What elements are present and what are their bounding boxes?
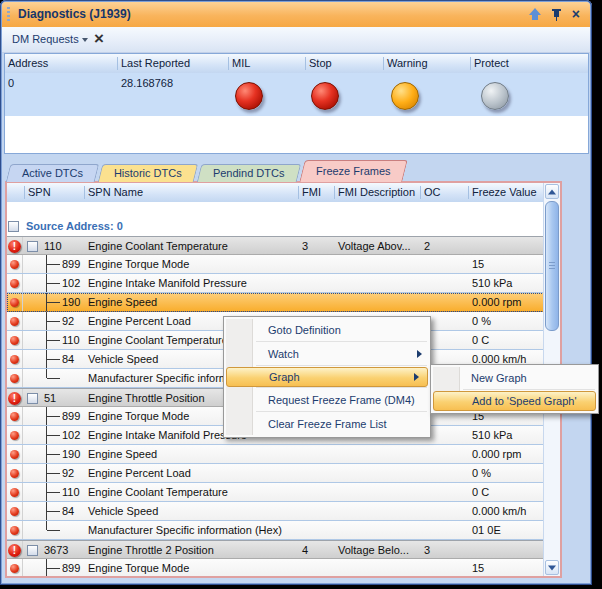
param-dot-icon — [10, 564, 19, 573]
param-dot-icon — [10, 412, 19, 421]
fmi-description-cell: Voltage Belo... — [338, 544, 409, 556]
column-header-protect[interactable]: Protect — [474, 57, 509, 69]
freeze-value-cell: 510 kPa — [472, 429, 512, 441]
scrollbar-thumb[interactable] — [545, 201, 559, 331]
freeze-value-cell: 15 — [472, 562, 484, 574]
icon-column-separator — [22, 369, 23, 387]
submenu-item-add-to-speed-graph[interactable]: Add to 'Speed Graph' — [433, 391, 596, 411]
spn-cell: 102 — [62, 277, 80, 289]
freeze-value-cell: 510 kPa — [472, 277, 512, 289]
column-header-warning[interactable]: Warning — [387, 57, 428, 69]
column-header-address[interactable]: Address — [8, 57, 48, 69]
tab-label: Freeze Frames — [316, 161, 391, 181]
icon-column-separator — [22, 389, 23, 406]
table-row[interactable]: !110Engine Coolant Temperature3Voltage A… — [7, 236, 544, 255]
title-bar[interactable]: Diagnostics (J1939) × — [2, 2, 590, 27]
icon-column-separator — [22, 293, 23, 311]
freeze-value-cell: 0.000 rpm — [472, 448, 522, 460]
table-row[interactable]: 899Engine Torque Mode15 — [7, 559, 544, 576]
toolbar: DM Requests × — [2, 27, 590, 53]
column-header-stop[interactable]: Stop — [309, 57, 332, 69]
column-header-spn[interactable]: SPN — [28, 186, 51, 198]
freeze-table-header: SPNSPN NameFMIFMI DescriptionOCFreeze Va… — [7, 183, 560, 203]
tree-line-horizontal — [47, 473, 60, 474]
menu-item-goto-definition[interactable]: Goto Definition — [224, 319, 430, 341]
menu-item-clear-freeze-frame-list[interactable]: Clear Freeze Frame List — [224, 413, 430, 435]
table-row[interactable]: 84Vehicle Speed0.000 km/h — [7, 502, 544, 521]
column-header-fmi-description[interactable]: FMI Description — [338, 186, 415, 198]
fmi-description-cell: Voltage Abov... — [338, 240, 411, 252]
tab-historic-dtcs[interactable]: Historic DTCs — [98, 164, 198, 182]
tab-freeze-frames[interactable]: Freeze Frames — [299, 160, 407, 182]
column-header-spn-name[interactable]: SPN Name — [88, 186, 143, 198]
address-table-header: AddressLast ReportedMILStopWarningProtec… — [5, 54, 588, 74]
column-separator — [468, 186, 469, 199]
address-table-row[interactable]: 028.168768 — [5, 73, 588, 116]
stop-lamp-icon — [311, 82, 339, 110]
spn-name-cell: Engine Throttle Position — [88, 392, 205, 404]
tree-line-horizontal — [47, 435, 60, 436]
tree-line-horizontal — [47, 359, 60, 360]
spn-cell: 899 — [62, 258, 80, 270]
scroll-up-button[interactable] — [545, 184, 559, 199]
tree-line-horizontal — [47, 511, 60, 512]
tab-active-dtcs[interactable]: Active DTCs — [6, 164, 100, 182]
chevron-down-icon[interactable] — [82, 38, 88, 42]
column-separator — [334, 186, 335, 199]
param-dot-icon — [10, 469, 19, 478]
column-header-freeze-value[interactable]: Freeze Value — [472, 186, 537, 198]
collapse-icon[interactable] — [27, 393, 38, 404]
table-row[interactable]: Manufacturer Specific information (Hex)0… — [7, 521, 544, 540]
tree-line-horizontal — [47, 568, 60, 569]
param-dot-icon — [10, 336, 19, 345]
menu-item-request-freeze-frame-dm4[interactable]: Request Freeze Frame (DM4) — [224, 389, 430, 411]
icon-column-separator — [22, 255, 23, 273]
spn-name-cell: Engine Torque Mode — [88, 410, 189, 422]
submenu-item-new-graph[interactable]: New Graph — [431, 367, 598, 389]
table-row[interactable]: 92Engine Percent Load0 % — [7, 464, 544, 483]
param-dot-icon — [10, 355, 19, 364]
address-status-table: AddressLast ReportedMILStopWarningProtec… — [4, 53, 589, 154]
spn-cell: 899 — [62, 562, 80, 574]
scroll-down-button[interactable] — [545, 560, 559, 575]
pin-icon[interactable] — [551, 7, 562, 22]
collapse-icon[interactable] — [27, 241, 38, 252]
param-dot-icon — [10, 298, 19, 307]
close-icon[interactable]: × — [572, 7, 580, 22]
context-menu: Goto DefinitionWatchGraphRequest Freeze … — [223, 316, 431, 438]
spn-name-cell: Engine Coolant Temperature — [88, 486, 228, 498]
table-row[interactable]: 899Engine Torque Mode15 — [7, 255, 544, 274]
icon-column-separator — [22, 521, 23, 539]
table-row[interactable]: 190Engine Speed0.000 rpm — [7, 445, 544, 464]
param-dot-icon — [10, 317, 19, 326]
column-separator — [84, 186, 85, 199]
tab-label: Active DTCs — [22, 165, 83, 182]
table-row[interactable]: 102Engine Intake Manifold Pressure510 kP… — [7, 274, 544, 293]
fmi-cell: 3 — [302, 240, 308, 252]
submenu-arrow-icon — [414, 373, 419, 381]
collapse-icon[interactable] — [27, 545, 38, 556]
column-separator — [24, 186, 25, 199]
column-header-fmi[interactable]: FMI — [302, 186, 321, 198]
column-header-oc[interactable]: OC — [424, 186, 441, 198]
menu-item-graph[interactable]: Graph — [226, 367, 428, 387]
collapse-icon[interactable] — [8, 221, 19, 232]
source-address-group-row[interactable]: Source Address: 0 — [7, 217, 544, 236]
param-dot-icon — [10, 260, 19, 269]
spn-cell: 190 — [62, 296, 80, 308]
spn-name-cell: Engine Torque Mode — [88, 258, 189, 270]
tab-pendind-dtcs[interactable]: Pendind DTCs — [197, 164, 301, 182]
table-row[interactable]: 190Engine Speed0.000 rpm — [7, 293, 544, 312]
table-row[interactable]: !3673Engine Throttle 2 Position4Voltage … — [7, 540, 544, 559]
toolbar-delete-icon[interactable]: × — [94, 29, 104, 49]
icon-column-separator — [22, 274, 23, 292]
column-separator — [383, 57, 384, 70]
menu-item-watch[interactable]: Watch — [224, 343, 430, 365]
dm-requests-dropdown[interactable]: DM Requests — [12, 33, 79, 45]
table-row[interactable]: 110Engine Coolant Temperature0 C — [7, 483, 544, 502]
mil-lamp-icon — [235, 82, 263, 110]
column-header-mil[interactable]: MIL — [232, 57, 250, 69]
column-header-last-reported[interactable]: Last Reported — [121, 57, 190, 69]
dock-up-arrow-icon[interactable] — [529, 6, 541, 22]
spn-cell: 92 — [62, 467, 74, 479]
